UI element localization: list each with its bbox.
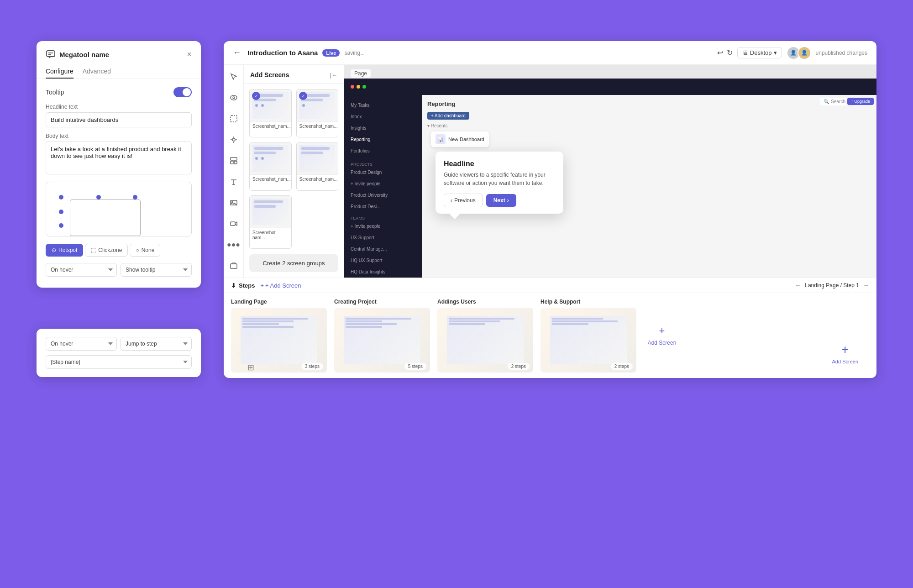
canvas-area: Page My Tasks Inbox Insights Reporting [344, 65, 876, 278]
sidebar-team-invite: + Invite people [344, 220, 422, 232]
step-thumb-2[interactable]: 5 steps [334, 308, 430, 373]
avatar-group: 👤 👤 [787, 46, 811, 60]
tooltip-row: Tooltip [46, 87, 192, 97]
add-screen-card-label: Add Screen [648, 340, 677, 346]
device-selector[interactable]: 🖥 Desktop ▾ [737, 47, 782, 58]
screen-name-1: Screenshot_nam... [250, 121, 291, 131]
trigger-hotspot[interactable]: ⊙ Hotspot [46, 244, 83, 257]
image-icon[interactable] [227, 196, 240, 209]
bubble-actions: ‹ Previous Next › [444, 194, 555, 207]
drag-inner-box [70, 200, 141, 236]
add-screen-plus-icon: + [659, 325, 665, 337]
selection-icon[interactable] [227, 112, 240, 125]
chat-icon [46, 49, 56, 59]
cursor-icon[interactable] [227, 70, 240, 83]
drag-handle-ml[interactable] [59, 210, 63, 214]
collapse-icon[interactable]: |← [330, 72, 337, 79]
screens-grid: ✓ Screenshot_nam... ✓ Screenshot_nam... [244, 84, 344, 254]
create-groups-button[interactable]: Create 2 screen groups [249, 254, 338, 272]
drag-handle-bl[interactable] [59, 223, 63, 228]
back-button[interactable]: ← [233, 48, 241, 58]
add-screen-link[interactable]: + + Add Screen [260, 282, 301, 289]
layout-icon[interactable] [227, 154, 240, 167]
trigger-none[interactable]: ○ None [130, 244, 160, 257]
bottom-panel: On hover Jump to step [Step name] [37, 329, 201, 377]
jump-select-bottom[interactable]: Jump to step [121, 337, 192, 351]
step-card-3: Addings Users 2 steps [437, 299, 533, 373]
hotspot-tool-icon[interactable] [227, 133, 240, 146]
next-button[interactable]: Next › [486, 194, 516, 207]
photo-library-icon[interactable] [227, 259, 240, 272]
tab-advanced[interactable]: Advanced [83, 65, 111, 79]
drag-handle-tr[interactable] [133, 195, 137, 200]
svg-rect-7 [231, 158, 237, 160]
step-thumb-3[interactable]: 2 steps [437, 308, 533, 373]
download-icon: ⬇ [231, 282, 236, 289]
sidebar-team-hq-ux: HQ UX Support [344, 255, 422, 266]
text-icon[interactable] [227, 175, 240, 188]
hover-select-bottom[interactable]: On hover [46, 337, 117, 351]
undo-button[interactable]: ↩ [717, 48, 723, 57]
right-add-screen-button[interactable]: + Add Screen [832, 342, 858, 364]
video-icon[interactable] [227, 217, 240, 230]
screen-thumb-3[interactable]: Screenshot_nam... [249, 142, 292, 190]
screen-thumb-4[interactable]: Screenshot_nam... [296, 142, 339, 190]
svg-rect-5 [231, 116, 237, 122]
add-screens-title: Add Screens [250, 71, 289, 79]
next-step-arrow[interactable]: → [863, 282, 869, 289]
step-label-3: Addings Users [437, 299, 533, 305]
prev-step-arrow[interactable]: ← [795, 282, 801, 289]
dashboard-icon: 📊 [436, 134, 446, 144]
screen-thumb-2[interactable]: ✓ Screenshot_nam... [296, 89, 339, 137]
drag-handle-tl[interactable] [59, 195, 63, 200]
page-label: Page [351, 69, 371, 78]
sidebar-team-central: Central Manage... [344, 243, 422, 255]
sidebar-team-ux: UX Support [344, 232, 422, 243]
add-dashboard-btn[interactable]: + Add dashboard [427, 112, 469, 120]
eye-icon[interactable] [227, 91, 240, 104]
step-label-4: Help & Support [540, 299, 636, 305]
workflow-icon[interactable]: ⊞ [247, 362, 254, 373]
sidebar-item-reporting: Reporting [344, 134, 422, 145]
add-screens-panel: Add Screens |← ✓ Screenshot_nam... [244, 65, 344, 278]
svg-point-4 [233, 97, 235, 99]
app-body: My Tasks Inbox Insights Reporting Portfo… [344, 95, 876, 278]
add-screen-card[interactable]: + Add Screen [644, 299, 680, 373]
saving-text: saving... [344, 50, 365, 56]
sidebar-team-hq-data: HQ Data Insights [344, 266, 422, 278]
search-text: Search [831, 99, 845, 104]
step-thumb-1[interactable]: 3 steps [231, 308, 327, 373]
step-name-select[interactable]: [Step name] [46, 355, 192, 369]
trigger-row: ⊙ Hotspot ⬚ Clickzone ○ None [46, 244, 192, 257]
step-thumb-4[interactable]: 2 steps [540, 308, 636, 373]
headline-input[interactable] [46, 112, 192, 127]
close-icon[interactable]: × [187, 50, 192, 59]
svg-rect-8 [231, 161, 233, 164]
app-upgrade-btn: ↑ Upgrade [847, 98, 874, 105]
previous-button[interactable]: ‹ Previous [444, 194, 483, 207]
bottom-row2: [Step name] [46, 355, 192, 369]
tooltip-label: Tooltip [46, 89, 64, 96]
body-input[interactable]: Let's take a look at a finished product … [46, 142, 192, 174]
step-label-2: Creating Project [334, 299, 430, 305]
dots-icon[interactable]: ●●● [227, 238, 240, 251]
tab-configure[interactable]: Configure [46, 65, 73, 79]
step-card-2: Creating Project 5 steps [334, 299, 430, 373]
tooltip-toggle[interactable] [173, 87, 192, 97]
breadcrumb-nav: ← Landing Page / Step 1 → [795, 282, 869, 289]
trigger-clickzone[interactable]: ⬚ Clickzone [85, 244, 128, 257]
position-drag-area[interactable] [46, 182, 192, 236]
screen-thumb-1[interactable]: ✓ Screenshot_nam... [249, 89, 292, 137]
step-card-1: Landing Page 3 steps [231, 299, 327, 373]
redo-button[interactable]: ↻ [727, 48, 733, 57]
drag-handle-tm[interactable] [96, 195, 101, 200]
bottom-section: ⬇ Steps + + Add Screen ← Landing Page / … [224, 278, 876, 378]
trigger-select[interactable]: On hover [46, 263, 117, 277]
screen-thumb-5[interactable]: Screenshot nam... [249, 195, 292, 249]
none-icon: ○ [136, 247, 139, 253]
dot-red [351, 85, 354, 89]
steps-badge-1: 3 steps [301, 363, 323, 370]
undo-redo-group: ↩ ↻ [717, 48, 733, 57]
action-select[interactable]: Show tooltip [121, 263, 192, 277]
headline-label: Headline text [46, 104, 192, 110]
